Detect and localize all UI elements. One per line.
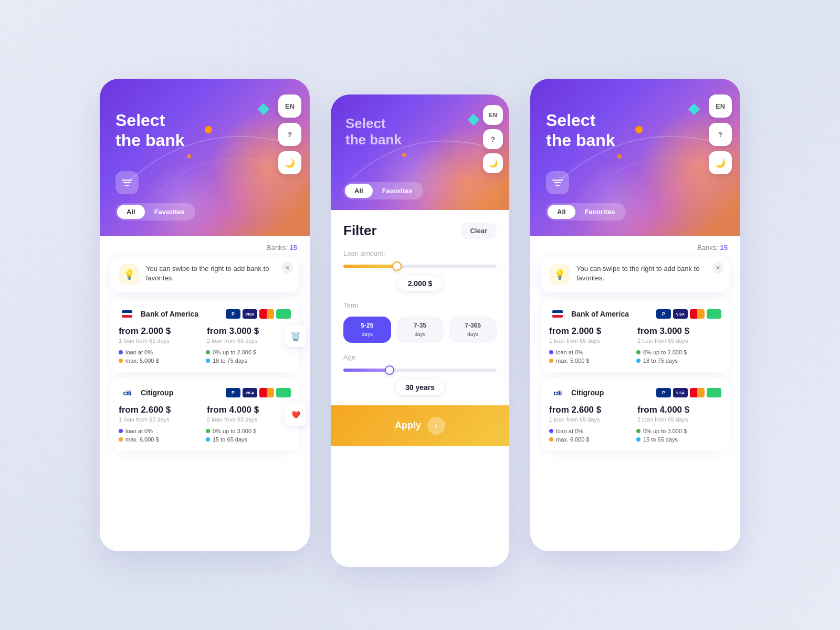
- tab-favorites[interactable]: Favorites: [145, 205, 194, 219]
- tag-dot: [636, 350, 640, 354]
- lang-button[interactable]: EN: [278, 94, 301, 118]
- loan-slider-thumb[interactable]: [392, 261, 402, 271]
- filter-icon[interactable]: [116, 171, 139, 194]
- side-buttons: EN ? 🌙: [278, 94, 301, 174]
- age-label: Age: [343, 353, 497, 361]
- payment-icons: P VISA: [226, 309, 291, 319]
- left-body: Banks: 15 💡 You can swipe to the right t…: [100, 236, 310, 551]
- mid-tab-favorites[interactable]: Favorites: [373, 184, 422, 198]
- right-citi-amount1: from 2.600 $: [549, 405, 633, 415]
- right-citi-amount2: from 4.000 $: [637, 405, 721, 415]
- boa-amount2: from 3.000 $: [207, 326, 291, 337]
- other-icon: [276, 388, 291, 397]
- citi-amount1: from 2.600 $: [119, 405, 203, 415]
- right-header-title: Select the bank: [546, 110, 615, 151]
- right-help-button[interactable]: ?: [709, 123, 732, 146]
- clear-button[interactable]: Clear: [460, 223, 497, 239]
- mid-help-button[interactable]: ?: [483, 129, 503, 149]
- tag-text: 18 to 75 days: [643, 358, 678, 364]
- tag-dot: [549, 359, 553, 363]
- citi-amount2: from 4.000 $: [207, 405, 291, 415]
- right-bank-card-boa: Bank of America P VISA from 2.000 $ 1 lo…: [541, 300, 730, 372]
- right-banks-count: Banks: 15: [541, 244, 730, 251]
- banks-count: Banks: 15: [110, 244, 299, 251]
- boa-name: Bank of America: [141, 310, 198, 318]
- right-bank-card-citi: citi Citigroup P VISA from 2.600 $ 1 lo: [541, 379, 730, 451]
- right-body: Banks: 15 💡 You can swipe to the right t…: [530, 236, 740, 551]
- right-side-buttons: EN ? 🌙: [709, 94, 732, 174]
- term-label: Term: [343, 301, 497, 309]
- payment-icons-citi: P VISA: [226, 388, 291, 397]
- citi-sub1: 1 loan from 65 days: [119, 416, 203, 423]
- tag-dot: [206, 429, 210, 433]
- help-button[interactable]: ?: [278, 123, 301, 146]
- delete-button[interactable]: 🗑️: [285, 325, 307, 347]
- tag-dot: [636, 429, 640, 433]
- visa-icon: VISA: [243, 309, 257, 319]
- tag-dot: [119, 359, 123, 363]
- tag-dot: [549, 350, 553, 354]
- right-boa-name: Bank of America: [571, 310, 629, 318]
- citi-logo: citi: [119, 387, 135, 398]
- tab-all[interactable]: All: [117, 205, 145, 219]
- age-value: 30 years: [396, 380, 444, 395]
- loan-slider-fill: [343, 265, 397, 268]
- term-btn-0[interactable]: 5-25 days: [343, 317, 391, 343]
- svg-rect-3: [125, 185, 129, 186]
- right-theme-button[interactable]: 🌙: [709, 151, 732, 174]
- circle-deco: [635, 126, 643, 133]
- right-filter-icon[interactable]: [546, 171, 569, 194]
- right-payment-icons: P VISA: [656, 309, 721, 319]
- mid-filter-tabs: All Favorites: [343, 182, 423, 200]
- tooltip-text: You can swipe to the right to add bank t…: [146, 264, 291, 283]
- tag-text: max. 6.000 $: [125, 436, 159, 443]
- tag-dot: [549, 429, 553, 433]
- right-tab-all[interactable]: All: [548, 205, 575, 219]
- mid-lang-button[interactable]: EN: [483, 105, 503, 125]
- heart-button[interactable]: ❤️: [285, 404, 307, 426]
- paypal-icon: P: [656, 388, 671, 397]
- bank-card-boa: Bank of America P VISA from 2.000 $ 1 lo…: [110, 300, 299, 372]
- right-tooltip-close[interactable]: ✕: [712, 262, 723, 274]
- loan-label: Loan amount:: [343, 249, 497, 257]
- visa-icon: VISA: [673, 388, 688, 397]
- age-slider-thumb[interactable]: [385, 365, 394, 375]
- right-boa-logo: [549, 308, 566, 320]
- right-lang-button[interactable]: EN: [709, 94, 732, 118]
- svg-rect-2: [123, 182, 131, 183]
- tag-text: max. 6.000 $: [556, 436, 590, 443]
- mid-theme-button[interactable]: 🌙: [483, 153, 503, 173]
- circle-deco: [205, 126, 212, 133]
- term-btn-2[interactable]: 7-365 days: [449, 317, 497, 343]
- filter-panel: Filter Clear Loan amount: 2.000 $ Term 5…: [331, 210, 509, 567]
- left-phone: Select the bank All Favorites EN: [100, 79, 310, 551]
- right-citi-logo: citi: [549, 387, 566, 398]
- svg-point-5: [617, 154, 622, 159]
- tag-text: max. 5.000 $: [125, 358, 159, 364]
- tag-text: max. 5.000 $: [556, 358, 590, 364]
- tag-text: loan at 0%: [556, 349, 583, 355]
- apply-button[interactable]: Apply ›: [331, 405, 509, 446]
- term-btn-1[interactable]: 7-35 days: [396, 317, 444, 343]
- mc-icon: [690, 388, 705, 397]
- filter-tabs: All Favorites: [116, 203, 195, 220]
- svg-rect-8: [555, 185, 560, 186]
- right-boa-sub1: 1 loan from 65 days: [549, 338, 633, 344]
- right-tab-favorites[interactable]: Favorites: [575, 205, 625, 219]
- tag-dot: [206, 350, 210, 354]
- mid-side-buttons: EN ? 🌙: [483, 105, 503, 173]
- theme-button[interactable]: 🌙: [278, 151, 301, 174]
- mid-header: Select the bank All Favorites EN ? 🌙: [331, 94, 509, 210]
- visa-icon: VISA: [673, 309, 688, 319]
- right-boa-amount2: from 3.000 $: [637, 326, 721, 337]
- bank-card-citi: citi Citigroup P VISA from 2.600 $ 1 lo: [110, 379, 299, 451]
- tag-dot: [549, 437, 553, 442]
- loan-value: 2.000 $: [398, 276, 442, 291]
- tag-dot: [119, 437, 123, 442]
- tooltip-close[interactable]: ✕: [281, 262, 293, 274]
- mid-tab-all[interactable]: All: [345, 184, 373, 198]
- visa-icon: VISA: [243, 388, 257, 397]
- paypal-icon: P: [226, 388, 240, 397]
- tag-dot: [119, 429, 123, 433]
- tag-text: loan at 0%: [125, 428, 153, 434]
